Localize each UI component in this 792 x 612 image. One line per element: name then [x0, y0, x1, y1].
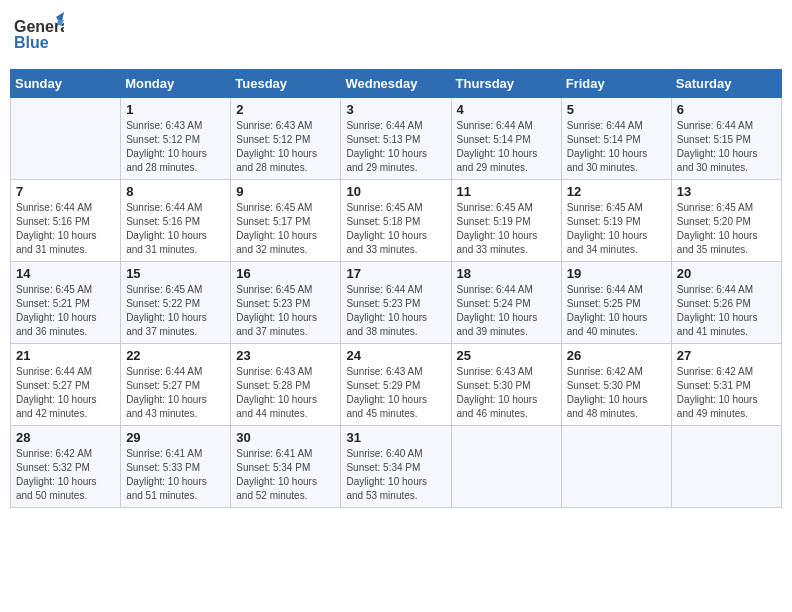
day-info: Sunrise: 6:44 AM Sunset: 5:26 PM Dayligh… [677, 283, 776, 339]
day-info: Sunrise: 6:43 AM Sunset: 5:29 PM Dayligh… [346, 365, 445, 421]
calendar-week-row: 1Sunrise: 6:43 AM Sunset: 5:12 PM Daylig… [11, 98, 782, 180]
logo-icon: General Blue [14, 10, 64, 61]
day-number: 19 [567, 266, 666, 281]
day-info: Sunrise: 6:45 AM Sunset: 5:23 PM Dayligh… [236, 283, 335, 339]
day-number: 17 [346, 266, 445, 281]
day-of-week-tuesday: Tuesday [231, 70, 341, 98]
day-info: Sunrise: 6:43 AM Sunset: 5:28 PM Dayligh… [236, 365, 335, 421]
day-info: Sunrise: 6:44 AM Sunset: 5:15 PM Dayligh… [677, 119, 776, 175]
day-number: 9 [236, 184, 335, 199]
calendar-cell [451, 426, 561, 508]
day-number: 27 [677, 348, 776, 363]
day-info: Sunrise: 6:45 AM Sunset: 5:17 PM Dayligh… [236, 201, 335, 257]
day-number: 28 [16, 430, 115, 445]
day-info: Sunrise: 6:43 AM Sunset: 5:12 PM Dayligh… [126, 119, 225, 175]
day-number: 5 [567, 102, 666, 117]
day-info: Sunrise: 6:44 AM Sunset: 5:24 PM Dayligh… [457, 283, 556, 339]
day-number: 29 [126, 430, 225, 445]
day-info: Sunrise: 6:43 AM Sunset: 5:12 PM Dayligh… [236, 119, 335, 175]
day-number: 10 [346, 184, 445, 199]
day-info: Sunrise: 6:44 AM Sunset: 5:16 PM Dayligh… [16, 201, 115, 257]
day-info: Sunrise: 6:44 AM Sunset: 5:27 PM Dayligh… [16, 365, 115, 421]
day-info: Sunrise: 6:40 AM Sunset: 5:34 PM Dayligh… [346, 447, 445, 503]
calendar-cell: 6Sunrise: 6:44 AM Sunset: 5:15 PM Daylig… [671, 98, 781, 180]
day-info: Sunrise: 6:44 AM Sunset: 5:27 PM Dayligh… [126, 365, 225, 421]
day-number: 23 [236, 348, 335, 363]
day-of-week-thursday: Thursday [451, 70, 561, 98]
calendar-cell: 28Sunrise: 6:42 AM Sunset: 5:32 PM Dayli… [11, 426, 121, 508]
day-info: Sunrise: 6:42 AM Sunset: 5:30 PM Dayligh… [567, 365, 666, 421]
calendar-cell: 10Sunrise: 6:45 AM Sunset: 5:18 PM Dayli… [341, 180, 451, 262]
calendar-cell: 9Sunrise: 6:45 AM Sunset: 5:17 PM Daylig… [231, 180, 341, 262]
day-info: Sunrise: 6:43 AM Sunset: 5:30 PM Dayligh… [457, 365, 556, 421]
logo: General Blue [14, 10, 64, 61]
day-info: Sunrise: 6:44 AM Sunset: 5:16 PM Dayligh… [126, 201, 225, 257]
day-info: Sunrise: 6:44 AM Sunset: 5:25 PM Dayligh… [567, 283, 666, 339]
calendar-cell: 2Sunrise: 6:43 AM Sunset: 5:12 PM Daylig… [231, 98, 341, 180]
calendar-week-row: 14Sunrise: 6:45 AM Sunset: 5:21 PM Dayli… [11, 262, 782, 344]
day-info: Sunrise: 6:44 AM Sunset: 5:14 PM Dayligh… [567, 119, 666, 175]
day-number: 25 [457, 348, 556, 363]
day-info: Sunrise: 6:45 AM Sunset: 5:18 PM Dayligh… [346, 201, 445, 257]
calendar-cell: 30Sunrise: 6:41 AM Sunset: 5:34 PM Dayli… [231, 426, 341, 508]
day-number: 1 [126, 102, 225, 117]
day-of-week-monday: Monday [121, 70, 231, 98]
calendar-cell: 12Sunrise: 6:45 AM Sunset: 5:19 PM Dayli… [561, 180, 671, 262]
calendar-cell: 13Sunrise: 6:45 AM Sunset: 5:20 PM Dayli… [671, 180, 781, 262]
calendar-table: SundayMondayTuesdayWednesdayThursdayFrid… [10, 69, 782, 508]
day-number: 15 [126, 266, 225, 281]
calendar-cell: 20Sunrise: 6:44 AM Sunset: 5:26 PM Dayli… [671, 262, 781, 344]
day-number: 26 [567, 348, 666, 363]
calendar-cell: 1Sunrise: 6:43 AM Sunset: 5:12 PM Daylig… [121, 98, 231, 180]
day-info: Sunrise: 6:45 AM Sunset: 5:19 PM Dayligh… [457, 201, 556, 257]
calendar-week-row: 7Sunrise: 6:44 AM Sunset: 5:16 PM Daylig… [11, 180, 782, 262]
day-of-week-saturday: Saturday [671, 70, 781, 98]
calendar-week-row: 28Sunrise: 6:42 AM Sunset: 5:32 PM Dayli… [11, 426, 782, 508]
day-number: 18 [457, 266, 556, 281]
day-number: 8 [126, 184, 225, 199]
page-header: General Blue [10, 10, 782, 61]
day-number: 4 [457, 102, 556, 117]
day-number: 16 [236, 266, 335, 281]
day-number: 13 [677, 184, 776, 199]
day-info: Sunrise: 6:41 AM Sunset: 5:34 PM Dayligh… [236, 447, 335, 503]
calendar-cell: 18Sunrise: 6:44 AM Sunset: 5:24 PM Dayli… [451, 262, 561, 344]
day-number: 2 [236, 102, 335, 117]
day-info: Sunrise: 6:45 AM Sunset: 5:20 PM Dayligh… [677, 201, 776, 257]
day-info: Sunrise: 6:44 AM Sunset: 5:13 PM Dayligh… [346, 119, 445, 175]
calendar-cell: 8Sunrise: 6:44 AM Sunset: 5:16 PM Daylig… [121, 180, 231, 262]
day-number: 22 [126, 348, 225, 363]
calendar-cell: 21Sunrise: 6:44 AM Sunset: 5:27 PM Dayli… [11, 344, 121, 426]
day-number: 6 [677, 102, 776, 117]
day-number: 12 [567, 184, 666, 199]
calendar-week-row: 21Sunrise: 6:44 AM Sunset: 5:27 PM Dayli… [11, 344, 782, 426]
calendar-cell: 27Sunrise: 6:42 AM Sunset: 5:31 PM Dayli… [671, 344, 781, 426]
calendar-cell: 24Sunrise: 6:43 AM Sunset: 5:29 PM Dayli… [341, 344, 451, 426]
day-info: Sunrise: 6:45 AM Sunset: 5:19 PM Dayligh… [567, 201, 666, 257]
day-info: Sunrise: 6:44 AM Sunset: 5:14 PM Dayligh… [457, 119, 556, 175]
calendar-cell: 11Sunrise: 6:45 AM Sunset: 5:19 PM Dayli… [451, 180, 561, 262]
calendar-cell [11, 98, 121, 180]
calendar-cell [561, 426, 671, 508]
day-of-week-friday: Friday [561, 70, 671, 98]
day-of-week-sunday: Sunday [11, 70, 121, 98]
day-info: Sunrise: 6:45 AM Sunset: 5:22 PM Dayligh… [126, 283, 225, 339]
day-info: Sunrise: 6:44 AM Sunset: 5:23 PM Dayligh… [346, 283, 445, 339]
calendar-cell: 16Sunrise: 6:45 AM Sunset: 5:23 PM Dayli… [231, 262, 341, 344]
day-info: Sunrise: 6:45 AM Sunset: 5:21 PM Dayligh… [16, 283, 115, 339]
day-number: 24 [346, 348, 445, 363]
calendar-cell [671, 426, 781, 508]
day-number: 11 [457, 184, 556, 199]
calendar-cell: 15Sunrise: 6:45 AM Sunset: 5:22 PM Dayli… [121, 262, 231, 344]
calendar-header-row: SundayMondayTuesdayWednesdayThursdayFrid… [11, 70, 782, 98]
calendar-cell: 31Sunrise: 6:40 AM Sunset: 5:34 PM Dayli… [341, 426, 451, 508]
calendar-cell: 7Sunrise: 6:44 AM Sunset: 5:16 PM Daylig… [11, 180, 121, 262]
calendar-cell: 5Sunrise: 6:44 AM Sunset: 5:14 PM Daylig… [561, 98, 671, 180]
day-info: Sunrise: 6:42 AM Sunset: 5:31 PM Dayligh… [677, 365, 776, 421]
calendar-cell: 3Sunrise: 6:44 AM Sunset: 5:13 PM Daylig… [341, 98, 451, 180]
calendar-cell: 29Sunrise: 6:41 AM Sunset: 5:33 PM Dayli… [121, 426, 231, 508]
calendar-cell: 17Sunrise: 6:44 AM Sunset: 5:23 PM Dayli… [341, 262, 451, 344]
calendar-cell: 26Sunrise: 6:42 AM Sunset: 5:30 PM Dayli… [561, 344, 671, 426]
day-info: Sunrise: 6:42 AM Sunset: 5:32 PM Dayligh… [16, 447, 115, 503]
day-info: Sunrise: 6:41 AM Sunset: 5:33 PM Dayligh… [126, 447, 225, 503]
